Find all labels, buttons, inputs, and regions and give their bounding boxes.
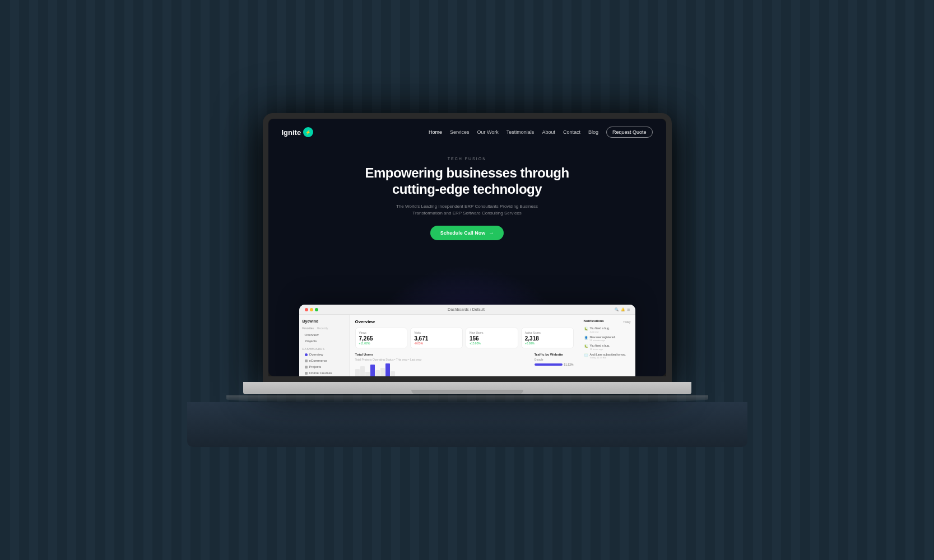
window-controls [305,308,318,311]
grid-icon: ⊞ [627,307,630,311]
bell-icon: 🔔 [621,307,625,311]
hero-title: Empowering businesses through cutting-ed… [291,165,644,198]
notif-bug-icon-2: 🐛 [584,344,588,348]
traffic-section: Traffic by Website Google 51.52% [535,353,574,376]
dashboard-sidebar: Byewind Favorites Recently Overview Proj… [299,315,350,376]
notifications-title: Notifications [584,319,604,323]
sidebar-ecommerce[interactable]: eCommerce [303,358,346,363]
nav-home[interactable]: Home [429,129,442,135]
search-icon: 🔍 [615,307,619,311]
sidebar-dash-overview[interactable]: Overview [303,352,346,357]
notifications-panel: Notifications Today 🐛 You fixed a bug. J… [579,315,635,376]
laptop-base-shadow [226,395,708,403]
dashboard-bottom: Total Users Total Projects Operating Sta… [355,353,574,376]
request-quote-button[interactable]: Request Quote [606,127,653,138]
nav-blog[interactable]: Blog [588,129,598,135]
sidebar-brand: Byewind [303,319,346,323]
desk-surface [187,402,747,447]
nav-our-work[interactable]: Our Work [477,129,499,135]
notification-3: ✉️ Andi Lane subscribed to you. Today, 1… [584,353,631,360]
notif-user-icon: 👤 [584,335,588,340]
stats-row: Views 7,265 +11.02% Visits 3,671 -0.03% … [355,328,574,348]
stat-views: Views 7,265 +11.02% [355,328,408,348]
hero-section: TECH FUSION Empowering businesses throug… [268,146,666,240]
sidebar-overview[interactable]: Overview [303,332,346,338]
dashboards-section-label: Dashboards [303,347,346,351]
notification-0: 🐛 You fixed a bug. Just now [584,326,631,333]
logo-icon: ⚡ [303,127,313,137]
dashboard-breadcrumb: Dashboards / Default [323,307,610,311]
traffic-source: Google [535,358,574,361]
dot-icon [305,353,308,356]
minimize-dot [310,308,313,311]
arrow-icon: → [489,230,494,236]
logo-text: Ignite [282,128,301,137]
stat-active-users: Active Users 2,318 +6.08% [521,328,574,348]
schedule-call-button[interactable]: Schedule Call Now → [430,226,504,240]
today-label: Today [623,320,630,324]
nav-services[interactable]: Services [450,129,470,135]
square-icon [305,360,308,362]
favorites-label: Favorites [303,326,314,330]
dashboard-topbar: Dashboards / Default 🔍 🔔 ⊞ [299,305,635,315]
notif-email-icon: ✉️ [584,353,588,357]
hero-subtitle: The World's Leading Independent ERP Cons… [389,203,546,217]
nav-links: Home Services Our Work Testimonials Abou… [429,127,653,138]
close-dot [305,308,308,311]
laptop-wrapper: Ignite ⚡ Home Services Our Work Testimon… [187,113,747,447]
navbar: Ignite ⚡ Home Services Our Work Testimon… [268,119,666,146]
dashboard-main: Overview Views 7,265 +11.02% Visits 3,67… [350,315,579,376]
laptop-base [243,382,691,394]
stat-new-users: New Users 156 +15.03% [466,328,518,348]
stat-visits: Visits 3,671 -0.03% [410,328,463,348]
square-icon [305,372,308,375]
recent-label: Recently [317,326,328,330]
laptop-screen-bezel: Ignite ⚡ Home Services Our Work Testimon… [263,113,672,382]
square-icon [305,366,308,368]
nav-about[interactable]: About [542,129,555,135]
logo: Ignite ⚡ [282,127,314,137]
overview-title: Overview [355,319,574,324]
nav-testimonials[interactable]: Testimonials [507,129,535,135]
sidebar-projects[interactable]: Projects [303,338,346,344]
sidebar-projects-dash[interactable]: Projects [303,364,346,370]
sidebar-online-courses[interactable]: Online Courses [303,370,346,376]
notif-bug-icon-0: 🐛 [584,326,588,331]
nav-contact[interactable]: Contact [563,129,580,135]
screen-inner: Ignite ⚡ Home Services Our Work Testimon… [268,119,666,376]
dashboard-preview: Dashboards / Default 🔍 🔔 ⊞ Byewind Favor… [299,305,635,376]
notification-2: 🐛 You fixed a bug. 12 hours ago [584,344,631,351]
maximize-dot [315,308,318,311]
dashboard-body: Byewind Favorites Recently Overview Proj… [299,315,635,376]
hero-tag: TECH FUSION [291,157,644,161]
total-users-section: Total Users Total Projects Operating Sta… [355,353,530,376]
notification-1: 👤 New user registered. 59 minutes ago [584,335,631,342]
